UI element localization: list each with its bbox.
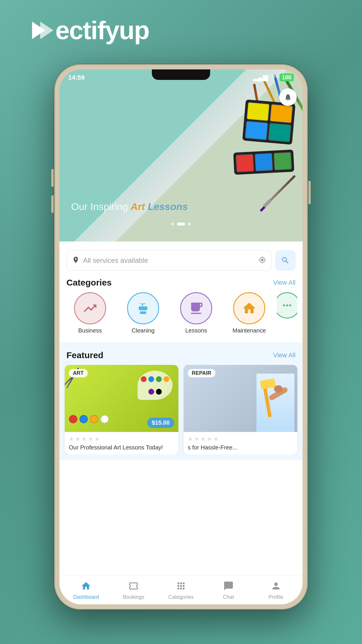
category-business-circle <box>74 292 106 324</box>
repair-card-title: s for Hassle-Free... <box>188 444 293 451</box>
time-display: 14:59 <box>68 74 85 81</box>
categories-header: Categories View All <box>59 275 303 292</box>
repair-badge: REPAIR <box>188 369 215 377</box>
chat-label: Chat <box>223 594 234 600</box>
category-cleaning-circle <box>127 292 159 324</box>
rstar5: ★ <box>213 435 219 442</box>
logo-area: ectifyup <box>29 18 149 43</box>
bookings-label: Bookings <box>123 594 144 600</box>
featured-card-repair[interactable]: REPAIR ★ ★ ★ ★ ★ s for Hassle-Free... <box>184 365 297 454</box>
hero-prefix: Our Inspiring <box>71 201 131 212</box>
svg-marker-1 <box>40 22 53 39</box>
location-icon <box>72 256 80 265</box>
featured-section: Featured View All <box>59 342 303 460</box>
art-badge: ART <box>69 369 88 377</box>
category-maintenance[interactable]: Maintenance <box>224 292 275 334</box>
repair-stars: ★ ★ ★ ★ ★ <box>188 435 293 442</box>
dot-1[interactable] <box>171 223 174 225</box>
phone-notch <box>152 69 210 80</box>
art-stars: ★ ★ ★ ★ ★ <box>69 435 174 442</box>
bottom-nav: Dashboard Bookings Categories <box>59 575 303 604</box>
phone-button-volume-up <box>51 169 54 187</box>
nav-profile[interactable]: Profile <box>252 580 300 600</box>
phone-screen: Our Inspiring Art Lessons 14:59 ▂▄▆ <box>59 69 303 604</box>
category-lessons[interactable]: Lessons <box>171 292 222 334</box>
category-lessons-circle <box>180 292 212 324</box>
featured-header: Featured View All <box>59 348 303 365</box>
wifi-icon <box>270 74 277 81</box>
featured-view-all[interactable]: View All <box>273 351 296 359</box>
star5: ★ <box>94 435 100 442</box>
star1: ★ <box>69 435 74 442</box>
main-content: All services available Categories Vie <box>59 242 303 575</box>
phone-button-volume-down <box>51 195 54 213</box>
battery-display: 100 <box>280 74 294 81</box>
featured-cards: ART $15.00 ★ ★ ★ ★ ★ Our Professiona <box>59 365 303 454</box>
profile-icon <box>270 580 282 592</box>
hero-banner: Our Inspiring Art Lessons 14:59 ▂▄▆ <box>59 69 303 242</box>
categories-icon <box>175 580 187 592</box>
hero-lessons: Lessons <box>145 201 188 212</box>
logo-text: ectifyup <box>55 18 149 43</box>
nav-dashboard[interactable]: Dashboard <box>62 580 110 600</box>
category-business-label: Business <box>78 327 102 334</box>
categories-row: Business Cleaning <box>59 292 303 340</box>
category-maintenance-label: Maintenance <box>233 327 266 334</box>
dot-2[interactable] <box>177 223 185 225</box>
categories-view-all[interactable]: View All <box>273 279 296 286</box>
hero-text: Our Inspiring Art Lessons <box>71 201 188 212</box>
signal-icon: ▂▄▆ <box>253 74 268 81</box>
repair-card-info: ★ ★ ★ ★ ★ s for Hassle-Free... <box>184 432 297 454</box>
category-more-circle <box>277 292 297 318</box>
star4: ★ <box>88 435 93 442</box>
carousel-dots <box>171 223 191 225</box>
rstar1: ★ <box>188 435 193 442</box>
rstar2: ★ <box>194 435 199 442</box>
dot-3[interactable] <box>188 223 191 225</box>
logo-wordmark: ectifyup <box>55 16 149 45</box>
profile-label: Profile <box>268 594 283 600</box>
rstar3: ★ <box>201 435 206 442</box>
hero-art: Art <box>131 201 145 212</box>
search-bar[interactable]: All services available <box>66 250 272 271</box>
card-repair-image: REPAIR <box>184 365 297 432</box>
rstar4: ★ <box>207 435 212 442</box>
featured-title: Featured <box>66 350 103 360</box>
category-lessons-label: Lessons <box>185 327 207 334</box>
star3: ★ <box>82 435 87 442</box>
search-button[interactable] <box>275 250 296 271</box>
bookings-icon <box>127 580 140 592</box>
logo-icon <box>29 19 55 42</box>
category-maintenance-circle <box>233 292 265 324</box>
search-placeholder: All services available <box>83 256 255 265</box>
chat-icon <box>222 580 235 592</box>
art-price: $15.00 <box>147 418 174 428</box>
card-art-image: ART $15.00 <box>65 365 178 432</box>
nav-categories[interactable]: Categories <box>157 580 205 600</box>
category-cleaning-label: Cleaning <box>132 327 155 334</box>
category-business[interactable]: Business <box>65 292 115 334</box>
dashboard-icon <box>80 580 92 592</box>
notification-bell[interactable] <box>279 88 297 106</box>
dashboard-label: Dashboard <box>73 594 99 600</box>
categories-nav-label: Categories <box>168 594 194 600</box>
star2: ★ <box>75 435 80 442</box>
category-more[interactable] <box>277 292 297 334</box>
phone-button-power <box>308 181 311 204</box>
art-card-info: ★ ★ ★ ★ ★ Our Professional Art Lessons T… <box>65 432 178 454</box>
featured-card-art[interactable]: ART $15.00 ★ ★ ★ ★ ★ Our Professiona <box>65 365 178 454</box>
categories-title: Categories <box>66 278 112 288</box>
search-section: All services available <box>59 242 303 275</box>
category-cleaning[interactable]: Cleaning <box>118 292 168 334</box>
phone-device: Our Inspiring Art Lessons 14:59 ▂▄▆ <box>54 64 308 610</box>
target-icon[interactable] <box>259 256 266 265</box>
art-card-title: Our Professional Art Lessons Today! <box>69 444 174 451</box>
nav-chat[interactable]: Chat <box>205 580 252 600</box>
status-icons: ▂▄▆ 100 <box>253 74 294 81</box>
nav-bookings[interactable]: Bookings <box>110 580 157 600</box>
